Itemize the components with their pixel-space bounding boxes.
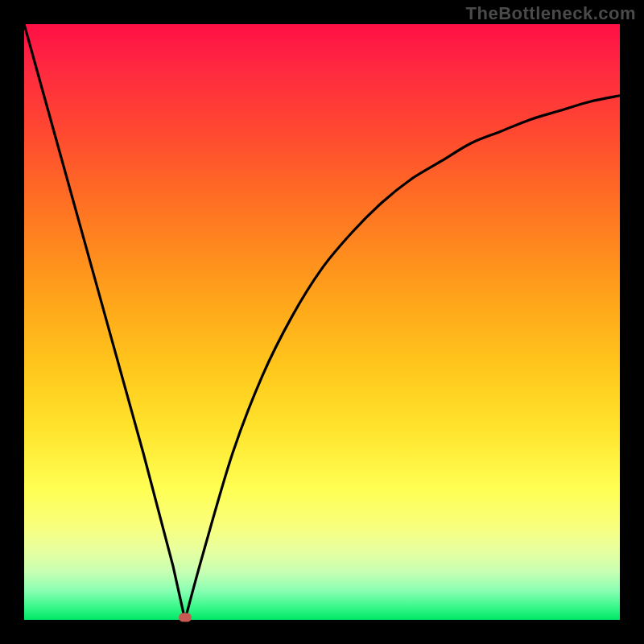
watermark-text: TheBottleneck.com (466, 3, 636, 24)
plot-area (24, 24, 620, 620)
bottleneck-curve (24, 24, 620, 620)
minimum-marker (179, 613, 192, 622)
chart-frame: TheBottleneck.com (0, 0, 644, 644)
